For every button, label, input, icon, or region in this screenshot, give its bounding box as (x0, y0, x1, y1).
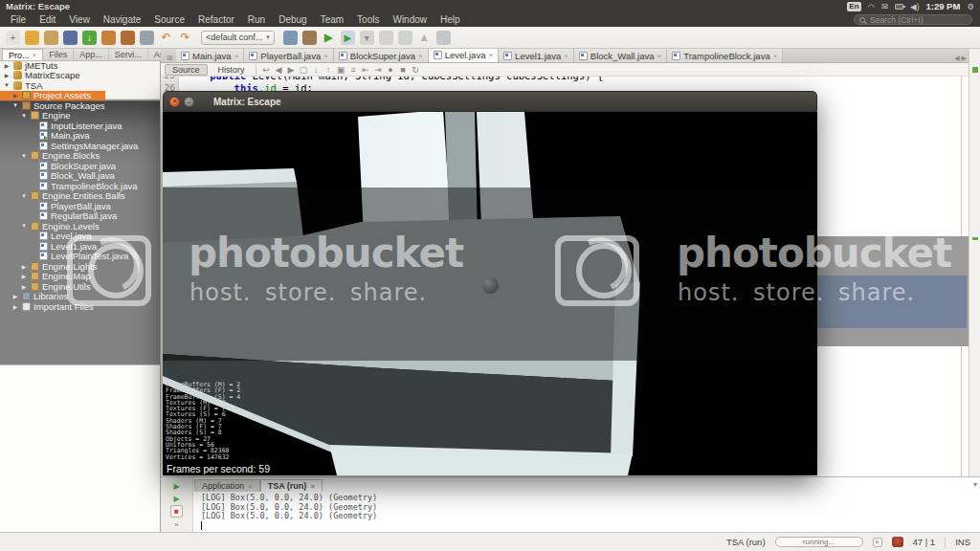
start-macro-icon[interactable]: ● (385, 65, 397, 75)
editor-tab-playerball-java[interactable]: PlayerBall.java× (244, 49, 334, 62)
back-icon[interactable]: ◀ (273, 65, 285, 75)
find-next-icon[interactable]: ↓ (310, 65, 323, 75)
menu-edit[interactable]: Edit (33, 12, 62, 27)
editor-split-icon[interactable]: ⊞ (163, 54, 176, 62)
close-icon[interactable]: × (564, 52, 568, 60)
update-center-icon[interactable]: ↓ (82, 31, 97, 45)
tree-down-arrow-icon[interactable]: ▼ (20, 193, 28, 199)
menu-file[interactable]: File (4, 12, 33, 27)
redo-icon[interactable]: ↷ (178, 31, 192, 45)
menu-view[interactable]: View (62, 12, 97, 27)
sidebar-tab-app[interactable]: App... (74, 49, 109, 60)
close-icon[interactable]: × (310, 482, 315, 491)
stop-icon[interactable]: ■ (170, 505, 183, 518)
tree-right-arrow-icon[interactable]: ▶ (20, 283, 28, 290)
sidebar-tab-files[interactable]: Files (43, 49, 74, 60)
game-title-bar[interactable]: ✕ – Matrix: Escape (163, 91, 817, 112)
tree-item-regularball-java[interactable]: RegularBall.java (0, 211, 160, 222)
new-file-icon[interactable]: + (6, 31, 20, 45)
rerun-all-icon[interactable]: ▶ (173, 493, 179, 504)
find-selection-icon[interactable]: ▢ (298, 65, 310, 75)
menu-help[interactable]: Help (434, 12, 467, 27)
tree-item-engine-lights[interactable]: ▶Engine.Lights (0, 261, 160, 272)
tree-item-engine[interactable]: ▼Engine (0, 111, 160, 121)
tree-item-engine-levels[interactable]: ▼Engine.Levels (0, 221, 160, 231)
toggle-highlight-icon[interactable]: ▣ (335, 65, 347, 75)
last-edit-icon[interactable]: ↩ (260, 65, 273, 75)
tree-item-jmetuts[interactable]: ▶jMETuts (0, 60, 160, 71)
game-viewport[interactable]: FrameBuffers (M) = 2FrameBuffers (F) = 2… (163, 112, 817, 475)
session-gear-icon[interactable]: ⚙ (967, 2, 974, 11)
debug-project-icon[interactable]: ▶ (341, 31, 355, 45)
tree-item-level1-java[interactable]: Level1.java (0, 241, 160, 252)
editor-tab-level-java[interactable]: Level.java× (429, 48, 499, 62)
tree-item-source-packages[interactable]: ▼Source Packages (0, 100, 160, 111)
funnel-icon[interactable] (101, 31, 116, 45)
tree-item-engine-blocks[interactable]: ▼Engine.Blocks (0, 151, 160, 162)
tree-down-arrow-icon[interactable]: ▼ (11, 102, 19, 108)
keyboard-indicator[interactable]: En (847, 2, 860, 11)
tree-right-arrow-icon[interactable]: ▶ (20, 273, 28, 279)
build-project-icon[interactable] (283, 31, 298, 45)
chevron-right-icon[interactable]: ▶ (962, 55, 967, 62)
battery-icon[interactable] (895, 4, 903, 10)
tree-item-matrixescape[interactable]: ▶MatrixEscape (0, 71, 160, 81)
clean-build-icon[interactable] (302, 31, 317, 45)
tree-down-arrow-icon[interactable]: ▼ (3, 82, 11, 88)
tree-item-libraries[interactable]: ▶Libraries (0, 292, 160, 302)
tree-item-engine-utils[interactable]: ▶Engine.Utils (0, 281, 160, 292)
run-project-icon[interactable]: ▶ (322, 31, 336, 45)
tree-item-block_wall-java[interactable]: Block_Wall.java (0, 171, 160, 182)
tree-item-level-java[interactable]: Level.java (0, 231, 160, 242)
tree-item-blocksuper-java[interactable]: BlockSuper.java (0, 161, 160, 171)
bookmark-icon[interactable]: ≡ (347, 65, 360, 75)
search-box[interactable] (854, 14, 972, 25)
tree-item-main-java[interactable]: Main.java (0, 131, 160, 142)
open-project-icon[interactable] (44, 31, 58, 45)
tree-right-arrow-icon[interactable]: ▶ (11, 92, 19, 99)
source-view-button[interactable]: Source (165, 64, 208, 76)
editor-tab-block_wall-java[interactable]: Block_Wall.java× (574, 49, 667, 62)
shift-left-icon[interactable]: ⇤ (360, 65, 372, 75)
chevron-left-icon[interactable]: ◀ (954, 55, 959, 62)
close-icon[interactable]: × (488, 51, 493, 59)
editor-error-stripe[interactable] (969, 49, 980, 532)
menu-debug[interactable]: Debug (272, 12, 313, 27)
save-icon[interactable] (140, 31, 154, 45)
comment-icon[interactable]: ↻ (410, 65, 422, 75)
new-project-icon[interactable] (25, 31, 39, 45)
history-view-button[interactable]: History (212, 64, 252, 76)
undo-icon[interactable]: ↶ (159, 31, 173, 45)
menu-tools[interactable]: Tools (350, 12, 386, 27)
menu-navigate[interactable]: Navigate (97, 12, 147, 27)
tree-right-arrow-icon[interactable]: ▶ (20, 263, 28, 270)
sidebar-tab-servi[interactable]: Servi... (109, 49, 148, 60)
shift-right-icon[interactable]: ⇥ (372, 65, 385, 75)
tree-item-tsa[interactable]: ▼TSA (0, 80, 160, 91)
search-input[interactable] (868, 14, 964, 26)
config-dropdown[interactable]: <default conf... ▾ (201, 31, 275, 45)
hide-progress-button[interactable]: × (873, 538, 882, 547)
game-window[interactable]: ✕ – Matrix: Escape FrameBuffers (M) = 2F… (163, 91, 817, 475)
editor-tab-level1-java[interactable]: Level1.java× (499, 49, 574, 62)
tree-item-inputlistener-java[interactable]: InputListener.java (0, 121, 160, 131)
report-icon[interactable]: ▲ (417, 31, 432, 45)
tree-down-arrow-icon[interactable]: ▼ (20, 153, 28, 159)
stone-icon[interactable] (436, 31, 451, 45)
tree-right-arrow-icon[interactable]: ▶ (11, 303, 19, 310)
clock[interactable]: 1:29 PM (925, 1, 960, 11)
blender-icon[interactable] (121, 31, 135, 45)
expand-output-icon[interactable]: » (174, 518, 178, 530)
forward-icon[interactable]: ▶ (285, 65, 298, 75)
memory-icon[interactable] (379, 31, 393, 45)
profile-project-icon[interactable]: ▾ (360, 31, 374, 45)
editor-tab-main-java[interactable]: Main.java× (176, 49, 244, 62)
mail-icon[interactable]: ✉ (881, 2, 888, 11)
menu-window[interactable]: Window (386, 12, 434, 27)
close-icon[interactable]: × (248, 482, 253, 491)
tree-down-arrow-icon[interactable]: ▼ (20, 113, 28, 119)
tree-right-arrow-icon[interactable]: ▶ (3, 72, 11, 78)
rerun-icon[interactable]: ▶ (173, 480, 179, 492)
tree-item-engine-entities-balls[interactable]: ▼Engine.Entities.Balls (0, 191, 160, 202)
output-tab-application[interactable]: Application× (194, 479, 260, 492)
